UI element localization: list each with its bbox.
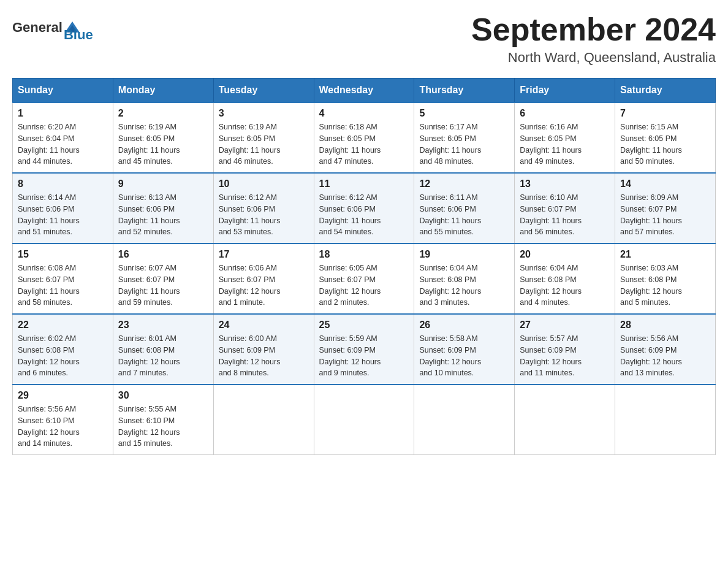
day-info: Sunrise: 6:15 AMSunset: 6:05 PMDaylight:… bbox=[620, 121, 710, 167]
day-number: 27 bbox=[520, 320, 610, 331]
calendar-cell: 11Sunrise: 6:12 AMSunset: 6:06 PMDayligh… bbox=[314, 173, 414, 243]
week-row-1: 1Sunrise: 6:20 AMSunset: 6:04 PMDaylight… bbox=[13, 102, 716, 173]
day-number: 13 bbox=[520, 178, 610, 190]
calendar-cell: 18Sunrise: 6:05 AMSunset: 6:07 PMDayligh… bbox=[314, 243, 414, 314]
calendar-title: September 2024 bbox=[471, 12, 716, 47]
calendar-cell bbox=[414, 385, 515, 455]
day-info: Sunrise: 6:06 AMSunset: 6:07 PMDaylight:… bbox=[219, 262, 309, 308]
calendar-cell: 4Sunrise: 6:18 AMSunset: 6:05 PMDaylight… bbox=[314, 102, 414, 173]
day-info: Sunrise: 6:10 AMSunset: 6:07 PMDaylight:… bbox=[520, 192, 610, 238]
title-section: September 2024 North Ward, Queensland, A… bbox=[471, 12, 716, 66]
day-info: Sunrise: 6:19 AMSunset: 6:05 PMDaylight:… bbox=[219, 121, 309, 167]
day-number: 7 bbox=[620, 108, 710, 119]
day-number: 18 bbox=[319, 249, 409, 260]
header-sunday: Sunday bbox=[13, 79, 113, 103]
day-number: 20 bbox=[520, 249, 610, 260]
day-number: 11 bbox=[319, 178, 409, 190]
day-number: 8 bbox=[18, 178, 108, 190]
day-number: 25 bbox=[319, 320, 409, 331]
calendar-cell: 28Sunrise: 5:56 AMSunset: 6:09 PMDayligh… bbox=[615, 314, 716, 385]
calendar-cell: 17Sunrise: 6:06 AMSunset: 6:07 PMDayligh… bbox=[213, 243, 314, 314]
day-info: Sunrise: 6:14 AMSunset: 6:06 PMDaylight:… bbox=[18, 192, 108, 238]
calendar-cell bbox=[213, 385, 314, 455]
day-number: 4 bbox=[319, 108, 409, 119]
header-saturday: Saturday bbox=[615, 79, 716, 103]
day-number: 29 bbox=[18, 390, 108, 401]
day-info: Sunrise: 6:11 AMSunset: 6:06 PMDaylight:… bbox=[419, 192, 509, 238]
day-info: Sunrise: 5:56 AMSunset: 6:10 PMDaylight:… bbox=[18, 404, 108, 450]
day-number: 17 bbox=[219, 249, 309, 260]
calendar-cell bbox=[615, 385, 716, 455]
week-row-2: 8Sunrise: 6:14 AMSunset: 6:06 PMDaylight… bbox=[13, 173, 716, 243]
day-number: 1 bbox=[18, 108, 108, 119]
calendar-table: Sunday Monday Tuesday Wednesday Thursday… bbox=[12, 78, 716, 455]
day-info: Sunrise: 6:04 AMSunset: 6:08 PMDaylight:… bbox=[419, 262, 509, 308]
day-number: 10 bbox=[219, 178, 309, 190]
day-info: Sunrise: 6:09 AMSunset: 6:07 PMDaylight:… bbox=[620, 192, 710, 238]
day-number: 22 bbox=[18, 320, 108, 331]
calendar-cell: 26Sunrise: 5:58 AMSunset: 6:09 PMDayligh… bbox=[414, 314, 515, 385]
calendar-cell: 1Sunrise: 6:20 AMSunset: 6:04 PMDaylight… bbox=[13, 102, 113, 173]
calendar-cell: 20Sunrise: 6:04 AMSunset: 6:08 PMDayligh… bbox=[515, 243, 615, 314]
day-number: 9 bbox=[118, 178, 208, 190]
week-row-3: 15Sunrise: 6:08 AMSunset: 6:07 PMDayligh… bbox=[13, 243, 716, 314]
calendar-cell: 27Sunrise: 5:57 AMSunset: 6:09 PMDayligh… bbox=[515, 314, 615, 385]
day-info: Sunrise: 6:16 AMSunset: 6:05 PMDaylight:… bbox=[520, 121, 610, 167]
day-number: 15 bbox=[18, 249, 108, 260]
day-info: Sunrise: 6:12 AMSunset: 6:06 PMDaylight:… bbox=[219, 192, 309, 238]
day-info: Sunrise: 5:55 AMSunset: 6:10 PMDaylight:… bbox=[118, 404, 208, 450]
calendar-subtitle: North Ward, Queensland, Australia bbox=[471, 50, 716, 66]
day-number: 3 bbox=[219, 108, 309, 119]
day-info: Sunrise: 5:58 AMSunset: 6:09 PMDaylight:… bbox=[419, 333, 509, 379]
day-info: Sunrise: 6:01 AMSunset: 6:08 PMDaylight:… bbox=[118, 333, 208, 379]
calendar-cell: 10Sunrise: 6:12 AMSunset: 6:06 PMDayligh… bbox=[213, 173, 314, 243]
day-number: 24 bbox=[219, 320, 309, 331]
calendar-cell: 2Sunrise: 6:19 AMSunset: 6:05 PMDaylight… bbox=[113, 102, 213, 173]
calendar-cell: 9Sunrise: 6:13 AMSunset: 6:06 PMDaylight… bbox=[113, 173, 213, 243]
day-info: Sunrise: 6:13 AMSunset: 6:06 PMDaylight:… bbox=[118, 192, 208, 238]
day-number: 12 bbox=[419, 178, 509, 190]
calendar-cell: 6Sunrise: 6:16 AMSunset: 6:05 PMDaylight… bbox=[515, 102, 615, 173]
day-number: 26 bbox=[419, 320, 509, 331]
day-info: Sunrise: 6:20 AMSunset: 6:04 PMDaylight:… bbox=[18, 121, 108, 167]
week-row-5: 29Sunrise: 5:56 AMSunset: 6:10 PMDayligh… bbox=[13, 385, 716, 455]
week-row-4: 22Sunrise: 6:02 AMSunset: 6:08 PMDayligh… bbox=[13, 314, 716, 385]
day-number: 14 bbox=[620, 178, 710, 190]
calendar-cell: 29Sunrise: 5:56 AMSunset: 6:10 PMDayligh… bbox=[13, 385, 113, 455]
calendar-cell: 7Sunrise: 6:15 AMSunset: 6:05 PMDaylight… bbox=[615, 102, 716, 173]
day-info: Sunrise: 6:04 AMSunset: 6:08 PMDaylight:… bbox=[520, 262, 610, 308]
day-info: Sunrise: 6:07 AMSunset: 6:07 PMDaylight:… bbox=[118, 262, 208, 308]
header-monday: Monday bbox=[113, 79, 213, 103]
day-number: 19 bbox=[419, 249, 509, 260]
day-info: Sunrise: 5:57 AMSunset: 6:09 PMDaylight:… bbox=[520, 333, 610, 379]
calendar-cell: 19Sunrise: 6:04 AMSunset: 6:08 PMDayligh… bbox=[414, 243, 515, 314]
calendar-cell: 12Sunrise: 6:11 AMSunset: 6:06 PMDayligh… bbox=[414, 173, 515, 243]
day-info: Sunrise: 5:56 AMSunset: 6:09 PMDaylight:… bbox=[620, 333, 710, 379]
page-header: General Blue September 2024 North Ward, … bbox=[12, 12, 716, 66]
day-info: Sunrise: 6:08 AMSunset: 6:07 PMDaylight:… bbox=[18, 262, 108, 308]
calendar-cell: 3Sunrise: 6:19 AMSunset: 6:05 PMDaylight… bbox=[213, 102, 314, 173]
calendar-cell: 25Sunrise: 5:59 AMSunset: 6:09 PMDayligh… bbox=[314, 314, 414, 385]
calendar-cell bbox=[515, 385, 615, 455]
calendar-cell: 22Sunrise: 6:02 AMSunset: 6:08 PMDayligh… bbox=[13, 314, 113, 385]
logo: General Blue bbox=[12, 12, 93, 43]
calendar-cell: 14Sunrise: 6:09 AMSunset: 6:07 PMDayligh… bbox=[615, 173, 716, 243]
calendar-cell: 23Sunrise: 6:01 AMSunset: 6:08 PMDayligh… bbox=[113, 314, 213, 385]
header-thursday: Thursday bbox=[414, 79, 515, 103]
day-number: 21 bbox=[620, 249, 710, 260]
header-friday: Friday bbox=[515, 79, 615, 103]
day-info: Sunrise: 6:02 AMSunset: 6:08 PMDaylight:… bbox=[18, 333, 108, 379]
day-number: 6 bbox=[520, 108, 610, 119]
day-info: Sunrise: 6:17 AMSunset: 6:05 PMDaylight:… bbox=[419, 121, 509, 167]
day-info: Sunrise: 6:00 AMSunset: 6:09 PMDaylight:… bbox=[219, 333, 309, 379]
logo-text-general: General bbox=[12, 20, 63, 36]
day-info: Sunrise: 6:19 AMSunset: 6:05 PMDaylight:… bbox=[118, 121, 208, 167]
calendar-cell: 24Sunrise: 6:00 AMSunset: 6:09 PMDayligh… bbox=[213, 314, 314, 385]
calendar-cell: 21Sunrise: 6:03 AMSunset: 6:08 PMDayligh… bbox=[615, 243, 716, 314]
calendar-cell: 15Sunrise: 6:08 AMSunset: 6:07 PMDayligh… bbox=[13, 243, 113, 314]
day-info: Sunrise: 6:18 AMSunset: 6:05 PMDaylight:… bbox=[319, 121, 409, 167]
day-number: 2 bbox=[118, 108, 208, 119]
header-tuesday: Tuesday bbox=[213, 79, 314, 103]
header-wednesday: Wednesday bbox=[314, 79, 414, 103]
calendar-cell bbox=[314, 385, 414, 455]
